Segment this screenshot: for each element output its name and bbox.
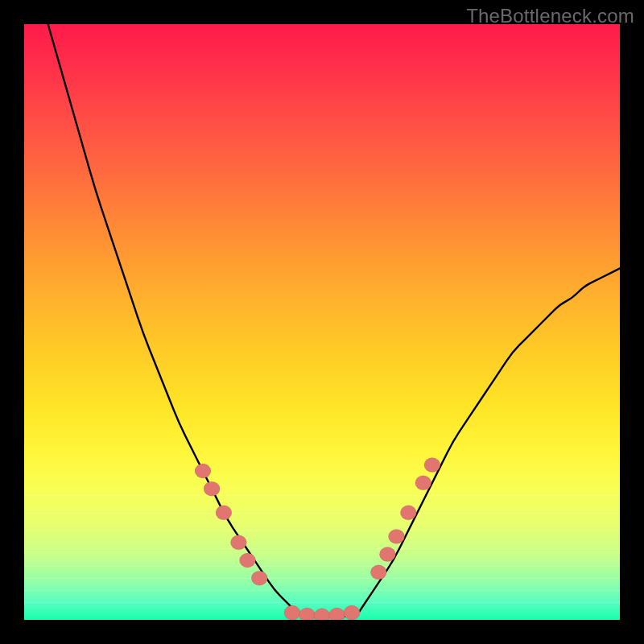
data-point-dot bbox=[389, 529, 405, 543]
data-point-dot bbox=[370, 565, 386, 580]
data-point-dot bbox=[379, 547, 395, 562]
curve-layer bbox=[24, 24, 620, 620]
plot-area bbox=[24, 24, 620, 620]
data-point-dot bbox=[299, 608, 316, 620]
marker-group bbox=[195, 458, 440, 620]
data-point-dot bbox=[204, 481, 220, 496]
data-point-dot bbox=[284, 605, 300, 620]
data-point-dot bbox=[230, 535, 246, 550]
data-point-dot bbox=[415, 476, 431, 490]
data-point-dot bbox=[344, 605, 360, 620]
data-point-dot bbox=[251, 571, 267, 585]
watermark-text: TheBottleneck.com bbox=[466, 5, 634, 27]
data-point-dot bbox=[216, 506, 232, 520]
bottleneck-curve bbox=[48, 24, 620, 617]
data-point-dot bbox=[400, 506, 416, 520]
data-point-dot bbox=[240, 553, 256, 568]
data-point-dot bbox=[195, 464, 211, 478]
data-point-dot bbox=[424, 458, 440, 473]
data-point-dot bbox=[329, 608, 345, 620]
data-point-dot bbox=[314, 609, 330, 620]
chart-stage: TheBottleneck.com bbox=[0, 0, 644, 644]
